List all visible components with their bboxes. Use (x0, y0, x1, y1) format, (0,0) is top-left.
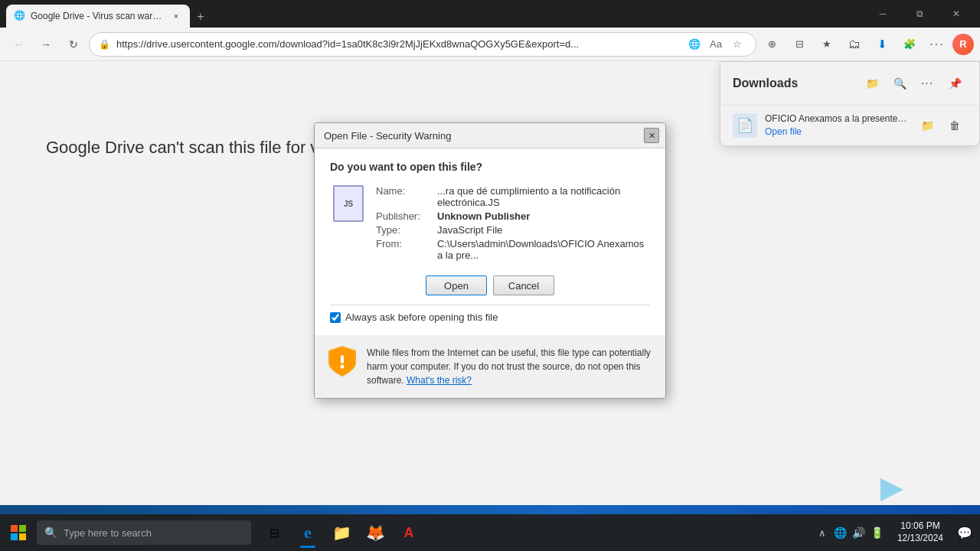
favorites-icon[interactable]: ☆ (728, 35, 746, 54)
svg-rect-3 (11, 525, 18, 532)
dialog-titlebar: Open File - Security Warning ✕ (315, 123, 665, 148)
taskbar-acrobat[interactable]: A (392, 516, 426, 549)
systray-network-icon[interactable]: 🌐 (833, 525, 848, 540)
name-label: Name: (376, 185, 437, 208)
taskbar-items: ⊟ e 📁 🦊 A (251, 516, 808, 549)
dialog-question: Do you want to open this file? (330, 161, 650, 173)
systray-sound-icon[interactable]: 🔊 (851, 525, 867, 540)
warning-text-content: While files from the Internet can be use… (367, 346, 653, 387)
browser-window: 🌐 Google Drive - Virus scan warnin... × … (0, 0, 980, 505)
forward-button[interactable]: → (34, 32, 58, 57)
profile-icon[interactable]: R (952, 34, 974, 55)
name-value: ...ra que dé cumplimiento a la notificac… (437, 185, 650, 208)
dialog-file-info: Name: ...ra que dé cumplimiento a la not… (330, 185, 650, 263)
split-screen-button[interactable]: ⊟ (787, 32, 812, 57)
more-tools-button[interactable]: ··· (925, 32, 949, 57)
edge-browser-icon: e (299, 523, 317, 542)
taskbar-file-explorer[interactable]: 📁 (325, 516, 358, 549)
browser-toolbar: ← → ↻ 🔒 https://drive.usercontent.google… (0, 28, 980, 61)
svg-rect-5 (11, 533, 18, 540)
publisher-row: Publisher: Unknown Publisher (376, 210, 650, 222)
systray-chevron[interactable]: ∧ (815, 525, 830, 540)
dialog-body: Do you want to open this file? Name: ...… (315, 148, 665, 335)
firefox-icon: 🦊 (366, 523, 384, 542)
checkbox-label: Always ask before opening this file (345, 311, 498, 323)
dialog-title: Open File - Security Warning (324, 130, 644, 142)
open-button[interactable]: Open (426, 276, 487, 295)
new-tab-button[interactable]: + (190, 6, 211, 28)
type-row: Type: JavaScript File (376, 224, 650, 236)
tab-favicon: 🌐 (14, 10, 26, 22)
file-details: Name: ...ra que dé cumplimiento a la not… (376, 185, 650, 263)
address-bar-icons: 🌐 Aa ☆ (685, 35, 746, 54)
close-button[interactable]: ✕ (939, 0, 974, 28)
taskbar-search-icon: 🔍 (44, 527, 57, 539)
dialog-close-button[interactable]: ✕ (644, 128, 659, 143)
minimize-button[interactable]: ─ (865, 0, 900, 28)
always-ask-checkbox[interactable] (330, 312, 341, 323)
svg-point-0 (341, 365, 345, 369)
dialog-buttons: Open Cancel (330, 276, 650, 295)
whats-the-risk-link[interactable]: What's the risk? (407, 375, 472, 386)
cancel-button[interactable]: Cancel (493, 276, 554, 295)
warning-shield-icon (328, 346, 356, 377)
svg-rect-1 (341, 355, 344, 364)
tab-bar: 🌐 Google Drive - Virus scan warnin... × … (6, 0, 859, 28)
address-bar[interactable]: 🔒 https://drive.usercontent.google.com/d… (89, 32, 756, 57)
taskbar: 🔍 Type here to search ⊟ e 📁 🦊 A ∧ 🌐 🔊 (0, 514, 980, 551)
extensions-button[interactable]: 🧩 (897, 32, 922, 57)
url-text: https://drive.usercontent.google.com/dow… (116, 38, 679, 50)
file-type-icon (330, 185, 367, 222)
back-button[interactable]: ← (6, 32, 31, 57)
from-row: From: C:\Users\admin\Downloads\OFICIO An… (376, 238, 650, 261)
desktop: 🌐 Google Drive - Virus scan warnin... × … (0, 0, 980, 551)
from-label: From: (376, 238, 437, 261)
tab-title: Google Drive - Virus scan warnin... (31, 11, 165, 21)
taskbar-firefox[interactable]: 🦊 (358, 516, 392, 549)
security-lock-icon: 🔒 (99, 39, 110, 50)
compat-view-button[interactable]: ⊕ (760, 32, 784, 57)
publisher-label: Publisher: (376, 210, 437, 222)
tab-close-button[interactable]: × (170, 10, 182, 22)
downloads-button[interactable]: ⬇ (870, 32, 894, 57)
start-button[interactable] (0, 514, 37, 551)
browser-content: Google Drive can't scan this file for vi… (0, 61, 980, 505)
security-warning-dialog: Open File - Security Warning ✕ Do you wa… (314, 122, 666, 399)
refresh-button[interactable]: ↻ (61, 32, 86, 57)
from-value: C:\Users\admin\Downloads\OFICIO Anexamos… (437, 238, 650, 261)
taskbar-search-placeholder: Type here to search (64, 527, 152, 539)
svg-rect-6 (19, 533, 26, 540)
taskbar-edge[interactable]: e (291, 516, 325, 549)
file-name-row: Name: ...ra que dé cumplimiento a la not… (376, 185, 650, 208)
publisher-value: Unknown Publisher (437, 210, 650, 222)
read-aloud-icon[interactable]: Aa (707, 35, 725, 54)
clock-time: 10:06 PM (900, 520, 939, 533)
svg-rect-4 (19, 525, 26, 532)
dialog-warning-section: While files from the Internet can be use… (315, 335, 665, 398)
taskbar-task-view[interactable]: ⊟ (257, 516, 291, 549)
system-tray: ∧ 🌐 🔊 🔋 (808, 525, 891, 540)
acrobat-icon: A (400, 523, 418, 542)
systray-battery-icon[interactable]: 🔋 (870, 525, 885, 540)
taskbar-clock[interactable]: 10:06 PM 12/13/2024 (891, 520, 949, 544)
restore-button[interactable]: ⧉ (902, 0, 937, 28)
windows-logo-icon (11, 525, 26, 540)
file-icon-inner (333, 185, 364, 222)
file-explorer-icon: 📁 (332, 523, 351, 542)
taskbar-search-box[interactable]: 🔍 Type here to search (37, 520, 251, 545)
warning-icon (327, 346, 358, 377)
favorites-button[interactable]: ★ (815, 32, 839, 57)
type-label: Type: (376, 224, 437, 236)
clock-date: 12/13/2024 (897, 533, 943, 545)
type-value: JavaScript File (437, 224, 650, 236)
collections-button[interactable]: 🗂 (842, 32, 867, 57)
title-bar: 🌐 Google Drive - Virus scan warnin... × … (0, 0, 980, 28)
checkbox-row: Always ask before opening this file (330, 305, 650, 323)
active-tab[interactable]: 🌐 Google Drive - Virus scan warnin... × (6, 5, 190, 28)
window-controls: ─ ⧉ ✕ (865, 0, 974, 28)
notification-center-button[interactable]: 💬 (949, 514, 980, 551)
dialog-overlay: Open File - Security Warning ✕ Do you wa… (0, 61, 980, 505)
task-view-icon: ⊟ (265, 523, 283, 542)
translate-icon[interactable]: 🌐 (685, 35, 704, 54)
